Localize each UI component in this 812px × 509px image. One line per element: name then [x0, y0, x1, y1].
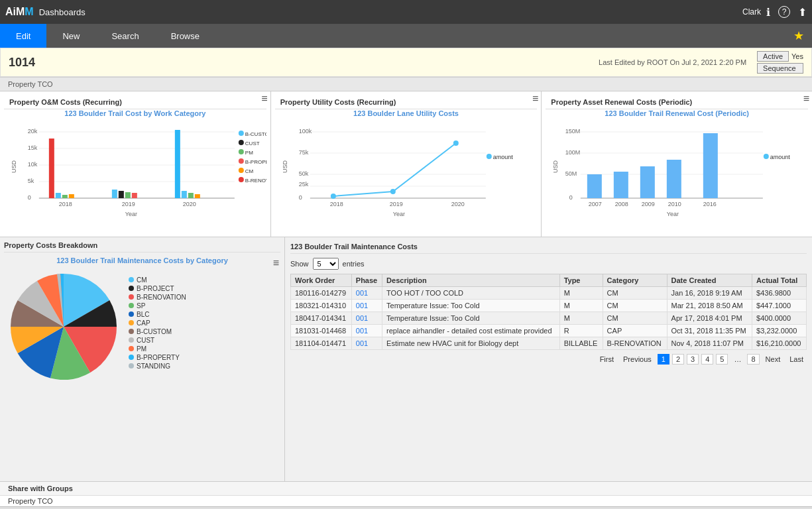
pie-legend: CM B-PROJECT B-RENOVATION SP BLC CAP B-C… [129, 276, 186, 371]
col-category: Category [603, 274, 667, 287]
svg-text:2010: 2010 [668, 201, 681, 207]
svg-text:amount: amount [770, 154, 791, 160]
entries-label: entries [343, 260, 365, 268]
browse-button[interactable]: Browse [155, 24, 215, 48]
renewal-chart-menu[interactable]: ≡ [803, 93, 809, 105]
info-icon[interactable]: ℹ [766, 6, 770, 19]
utility-chart-title: Property Utility Costs (Recurring) [275, 95, 538, 109]
svg-text:USD: USD [11, 160, 17, 173]
new-button[interactable]: New [46, 24, 95, 48]
search-button[interactable]: Search [95, 24, 154, 48]
svg-text:100M: 100M [565, 149, 581, 156]
page-8[interactable]: 8 [747, 354, 759, 365]
page-previous[interactable]: Previous [620, 354, 655, 365]
page-5[interactable]: 5 [716, 354, 728, 365]
status-badges: Active Yes Sequence [757, 51, 803, 74]
show-select[interactable]: 5 10 25 [313, 258, 339, 270]
svg-point-36 [239, 168, 244, 173]
cell-total: $400.0000 [752, 312, 807, 325]
phase-link[interactable]: 001 [356, 327, 368, 335]
svg-text:USD: USD [552, 160, 559, 173]
phase-link[interactable]: 001 [356, 314, 368, 322]
svg-text:2019: 2019 [390, 201, 403, 207]
cell-type: M [559, 300, 603, 312]
col-total: Actual Total [752, 274, 807, 287]
svg-text:amount: amount [493, 154, 514, 160]
svg-rect-69 [587, 174, 602, 198]
edit-button[interactable]: Edit [0, 24, 46, 48]
cell-type: BILLABLE [559, 337, 603, 350]
cell-description: Estimate new HVAC unit for Biology dept [382, 337, 560, 350]
cell-type: M [559, 312, 603, 325]
table-panel: 123 Boulder Trail Maintenance Costs Show… [285, 237, 812, 481]
cell-phase: 001 [351, 312, 382, 325]
svg-rect-15 [69, 194, 74, 198]
cell-category: CM [603, 300, 667, 312]
col-date: Date Created [667, 274, 752, 287]
cell-total: $3,232.0000 [752, 325, 807, 337]
phase-link[interactable]: 001 [356, 339, 368, 347]
breakdown-chart-menu[interactable]: ≡ [273, 257, 279, 269]
logo-aim: AiM [5, 6, 25, 17]
main-content: Property O&M Costs (Recurring) 123 Bould… [0, 91, 812, 481]
cell-total: $16,210.0000 [752, 337, 807, 350]
app-subtitle: Dashboards [39, 7, 86, 17]
oam-chart-panel: Property O&M Costs (Recurring) 123 Bould… [0, 91, 271, 237]
sequence-badge[interactable]: Sequence [757, 63, 803, 74]
cell-type: R [559, 325, 603, 337]
page-first[interactable]: First [597, 354, 617, 365]
svg-point-80 [764, 154, 769, 159]
table-row: 180321-014310 001 Temperature Issue: Too… [291, 300, 807, 312]
page-1[interactable]: 1 [658, 354, 669, 365]
svg-text:20k: 20k [28, 128, 38, 135]
svg-rect-13 [56, 193, 61, 198]
oam-chart-menu[interactable]: ≡ [261, 93, 267, 105]
svg-text:0: 0 [299, 194, 302, 201]
svg-text:USD: USD [282, 160, 288, 173]
top-nav: AiMM Dashboards Clark ℹ ? ⬆ [0, 0, 812, 24]
svg-rect-19 [132, 193, 137, 198]
pie-panel: Property Costs Breakdown 123 Boulder Tra… [0, 237, 285, 481]
current-user: Clark [742, 7, 761, 17]
cell-category: CM [603, 287, 667, 300]
utility-chart-menu[interactable]: ≡ [532, 93, 538, 105]
help-icon[interactable]: ? [778, 6, 790, 18]
renewal-chart-title: Property Asset Renewal Costs (Periodic) [546, 95, 808, 109]
cell-date: Jan 16, 2018 9:19 AM [667, 287, 752, 300]
renewal-chart-svg: 150M 100M 50M 0 USD 2007 2008 2009 2010 [546, 120, 808, 226]
svg-text:2020: 2020 [183, 201, 196, 207]
svg-text:5k: 5k [28, 178, 34, 184]
active-badge[interactable]: Active [757, 51, 789, 62]
cell-work-order: 180116-014279 [291, 287, 352, 300]
svg-text:PM: PM [245, 150, 253, 156]
charts-section: Property O&M Costs (Recurring) 123 Bould… [0, 91, 812, 237]
export-icon[interactable]: ⬆ [798, 6, 807, 19]
pie-area: CM B-PROJECT B-RENOVATION SP BLC CAP B-C… [4, 267, 280, 380]
utility-chart-panel: Property Utility Costs (Recurring) 123 B… [271, 91, 542, 237]
page-4[interactable]: 4 [701, 354, 713, 365]
phase-link[interactable]: 001 [356, 289, 368, 297]
svg-text:2016: 2016 [703, 201, 717, 207]
cell-work-order: 180321-014310 [291, 300, 352, 312]
svg-text:50k: 50k [299, 170, 309, 177]
svg-point-28 [239, 131, 244, 136]
page-last[interactable]: Last [786, 354, 807, 365]
page-3[interactable]: 3 [687, 354, 699, 365]
page-next[interactable]: Next [762, 354, 784, 365]
oam-chart-title: Property O&M Costs (Recurring) [4, 95, 266, 109]
favorite-star[interactable]: ★ [785, 24, 812, 48]
svg-text:2007: 2007 [589, 201, 602, 207]
phase-link[interactable]: 001 [356, 302, 368, 310]
svg-text:Year: Year [393, 211, 405, 217]
svg-text:CM: CM [245, 168, 254, 174]
svg-rect-23 [195, 194, 200, 198]
cell-description: replace airhandler - detailed cost estim… [382, 325, 560, 337]
table-row: 180116-014279 001 TOO HOT / TOO COLD M C… [291, 287, 807, 300]
svg-text:50M: 50M [565, 170, 577, 177]
top-nav-icons: ℹ ? ⬆ [766, 6, 807, 19]
svg-text:15k: 15k [28, 144, 38, 151]
show-label: Show [290, 260, 309, 268]
page-2[interactable]: 2 [672, 354, 684, 365]
cell-work-order: 180417-014341 [291, 312, 352, 325]
svg-point-34 [239, 158, 244, 164]
